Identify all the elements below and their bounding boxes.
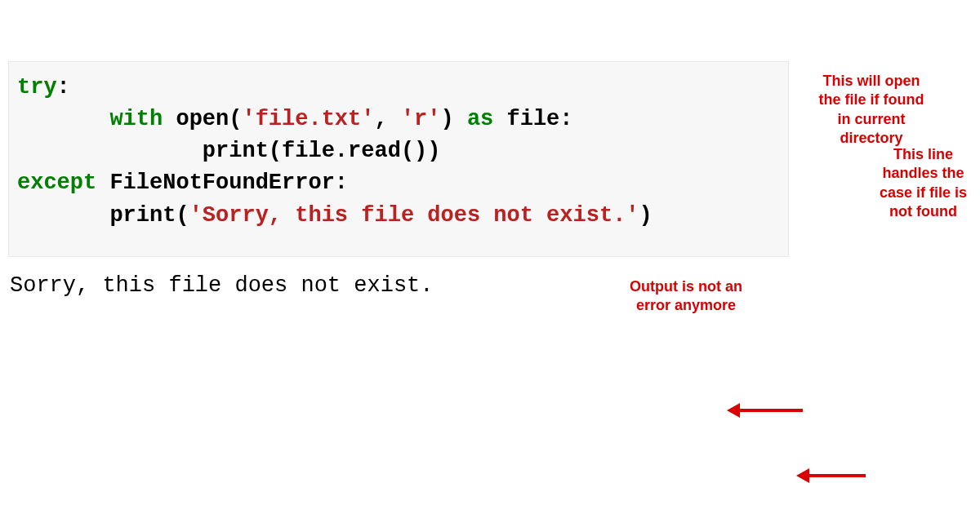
string-message: 'Sorry, this file does not exist.' xyxy=(189,203,639,228)
colon: : xyxy=(57,75,70,100)
paren-close: ) xyxy=(639,203,653,228)
string-filename: 'file.txt' xyxy=(242,107,374,131)
keyword-except: except xyxy=(17,171,96,195)
print-call: print( xyxy=(109,203,189,228)
keyword-as: as xyxy=(467,107,493,131)
var-file: file: xyxy=(507,107,573,131)
space xyxy=(96,171,109,195)
code-block: try: with open('file.txt', 'r') as file:… xyxy=(8,61,789,257)
space xyxy=(493,107,506,131)
string-mode: 'r' xyxy=(401,107,441,131)
fn-open: open( xyxy=(176,107,242,131)
output-text: Sorry, this file does not exist. xyxy=(10,273,980,298)
keyword-try: try xyxy=(17,75,57,100)
annotation-output: Output is not an error anymore xyxy=(617,277,755,316)
indent xyxy=(17,107,109,131)
indent xyxy=(17,203,109,228)
indent xyxy=(17,139,203,163)
print-read: print(file.read()) xyxy=(203,139,441,163)
annotation-open-file: This will open the file if found in curr… xyxy=(806,72,937,148)
exception-name: FileNotFoundError: xyxy=(109,171,348,195)
space xyxy=(163,107,176,131)
annotation-except-handler: This line handles the case if file is no… xyxy=(868,145,978,222)
comma: , xyxy=(374,107,400,131)
space xyxy=(454,107,467,131)
keyword-with: with xyxy=(109,107,163,131)
paren-close: ) xyxy=(441,107,454,131)
